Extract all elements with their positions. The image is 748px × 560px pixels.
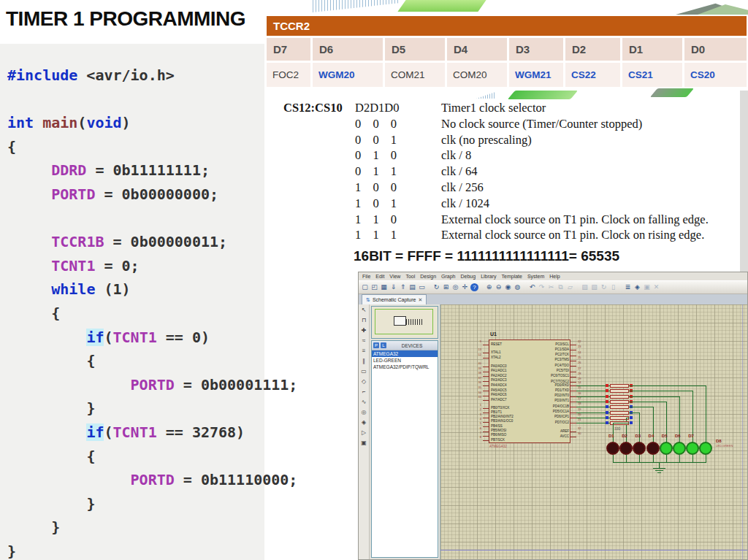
clock-desc: No clock source (Timer/Counter stopped) (441, 116, 709, 132)
menu-item-tool[interactable]: Tool (405, 274, 415, 279)
voltage-probe-mode-icon[interactable]: ▷ (362, 429, 366, 437)
import-section-icon[interactable]: ⇓ (389, 283, 397, 291)
code-token: = 0b00000011; (104, 233, 227, 250)
menu-item-graph[interactable]: Graph (441, 274, 455, 279)
menu-item-library[interactable]: Library (481, 274, 496, 279)
menu-item-view[interactable]: View (389, 274, 400, 279)
led-d4[interactable] (646, 442, 660, 455)
logic-state-indicator (606, 411, 608, 414)
print-icon[interactable]: ▤ (408, 283, 416, 291)
component-mode-icon[interactable]: ⊓ (362, 317, 366, 324)
center-at-cursor-icon[interactable]: ✛ (461, 283, 469, 291)
tccr2-bit-value: CS20 (684, 63, 747, 87)
code-line: #include <avr/io.h> (7, 64, 297, 88)
pin-label: XTAL2 (491, 356, 500, 360)
led-d8[interactable] (699, 442, 712, 455)
code-token: { (86, 352, 95, 369)
selection-cursor-icon[interactable]: ↖ (362, 307, 367, 314)
tab-schematic-capture[interactable]: ⇅ Schematic Capture ✕ (362, 294, 427, 304)
pin-stub (570, 382, 576, 383)
zoom-all-icon[interactable]: ◉ (504, 283, 512, 291)
led-d5[interactable] (660, 442, 673, 455)
code-line: { (7, 349, 297, 373)
junction-dot-mode-icon[interactable]: ✚ (362, 327, 367, 334)
buses-mode-icon[interactable]: ∥ (362, 358, 365, 365)
pin-stub (483, 372, 489, 372)
pin-stub (570, 431, 576, 432)
toggle-grid-icon[interactable]: ⊞ (442, 283, 450, 291)
device-list-item[interactable]: ATMEGA32/PDIP/TQWRL (372, 364, 438, 370)
code-token: } (86, 495, 95, 513)
pin-number: 6 (473, 427, 481, 430)
device-list-item[interactable]: ATMEGA32 (372, 350, 438, 357)
menu-item-design[interactable]: Design (420, 274, 436, 279)
subcircuit-mode-icon[interactable]: ▭ (361, 368, 367, 375)
ground-symbol (657, 472, 661, 473)
wire-drop (706, 386, 706, 442)
tape-recorder-mode-icon[interactable]: ◎ (362, 409, 367, 416)
help-icon[interactable]: ? (470, 283, 478, 291)
menu-item-template[interactable]: Template (502, 274, 522, 279)
pin-number: 15 (578, 386, 581, 389)
clock-bits: 1 0 1 (355, 196, 441, 212)
tab-close-icon[interactable]: ✕ (418, 297, 422, 303)
generator-mode-icon[interactable]: ◈ (362, 419, 366, 426)
code-token: TCCR1B (51, 233, 104, 250)
graph-mode-icon[interactable]: ∿ (362, 399, 367, 406)
save-project-icon[interactable]: ▦ (380, 283, 388, 291)
export-section-icon[interactable]: ⇑ (399, 283, 407, 291)
pin-label: PB6/MISO (491, 434, 506, 437)
menu-item-debug[interactable]: Debug (461, 274, 476, 279)
open-project-icon[interactable]: ◰ (370, 283, 378, 291)
library-button[interactable]: L (381, 342, 386, 348)
code-token: ) (122, 114, 131, 131)
virtual-instruments-mode-icon[interactable]: ▣ (361, 440, 367, 447)
make-device-icon[interactable]: ◈ (633, 283, 641, 291)
led-part-label: LED-GREEN (716, 445, 733, 448)
pin-label: PC1/SDA (525, 348, 569, 352)
zoom-out-icon[interactable]: ⊖ (495, 283, 503, 291)
clock-bits: 1 1 1 (355, 227, 441, 243)
menu-item-system[interactable]: System (527, 274, 544, 279)
led-d3[interactable] (633, 442, 646, 455)
led-label: D5 (662, 434, 668, 439)
toggle-false-origin-icon[interactable]: ◎ (451, 283, 459, 291)
undo-icon[interactable]: ↶ (528, 283, 536, 291)
pin-stub (483, 422, 489, 423)
menu-item-edit[interactable]: Edit (375, 274, 384, 279)
pick-parts-icon[interactable]: ≣ (624, 283, 632, 291)
code-token: = 0b11110000; (175, 471, 298, 488)
menu-item-file[interactable]: File (362, 274, 370, 279)
mark-output-area-icon[interactable]: ▭ (418, 283, 426, 291)
pin-stub (483, 400, 489, 401)
ground-stub (659, 462, 660, 468)
text-script-mode-icon[interactable]: ≡ (362, 348, 366, 355)
led-d6[interactable] (673, 442, 686, 455)
overview-minimap[interactable] (371, 306, 438, 339)
device-list-item[interactable]: LED-GREEN (372, 357, 438, 364)
pin-number: 7 (473, 431, 481, 434)
pin-label: PA7/ADC7 (491, 399, 506, 402)
code-token: ( (77, 114, 86, 131)
pin-label: PA2/ADC2 (491, 375, 506, 378)
wire-label-mode-icon[interactable]: ≈ (362, 337, 365, 345)
pick-device-button[interactable]: P (373, 342, 379, 348)
device-pins-mode-icon[interactable]: ⌐ (362, 388, 366, 396)
pin-number: 1 (473, 404, 481, 407)
zoom-in-icon[interactable]: ⊕ (485, 283, 493, 291)
refresh-display-icon[interactable]: ↻ (432, 283, 440, 291)
code-token (7, 518, 51, 536)
pin-label: PC3/TMS (525, 358, 569, 362)
new-project-icon[interactable]: ▢ (361, 283, 369, 291)
code-token: { (51, 304, 60, 322)
tab-label: Schematic Capture (373, 297, 416, 302)
schematic-canvas[interactable]: U1ATMEGA32RESET9XTAL113XTAL212PA0/ADC040… (440, 304, 747, 559)
zoom-to-area-icon[interactable]: ◍ (514, 283, 522, 291)
menu-item-help[interactable]: Help (549, 274, 560, 279)
terminals-mode-icon[interactable]: ◇ (362, 378, 366, 386)
led-d1[interactable] (606, 442, 619, 455)
led-d2[interactable] (619, 442, 633, 455)
led-d7[interactable] (686, 442, 699, 455)
schematic-tab-icon: ⇅ (366, 297, 370, 303)
pin-stub (483, 418, 489, 418)
